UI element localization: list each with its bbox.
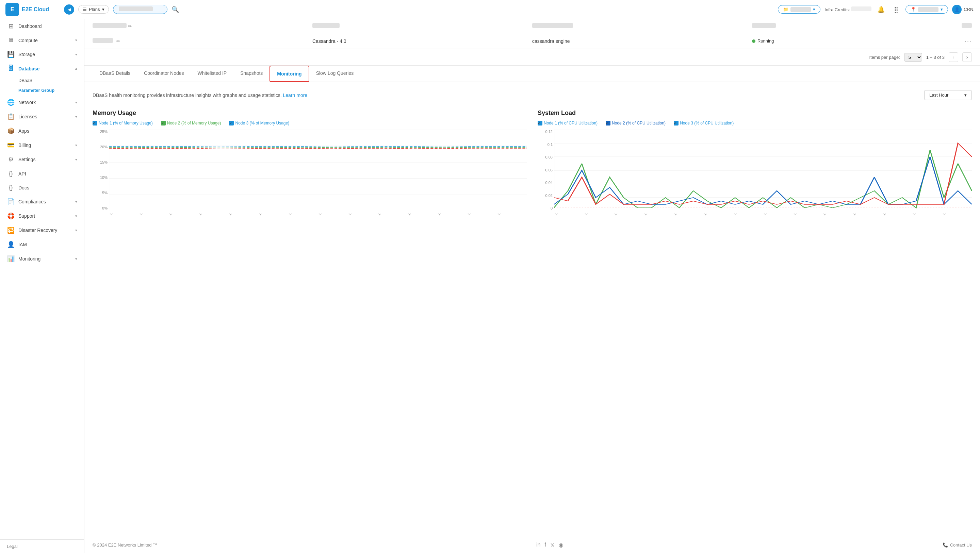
sidebar-item-storage[interactable]: 💾 Storage ▾ xyxy=(0,47,84,62)
legend-label-node2-mem: Node 2 (% of Memory Usage) xyxy=(167,121,221,126)
sidebar-item-support[interactable]: 🛟 Support ▾ xyxy=(0,209,84,223)
db-engine-cell: cassandra engine xyxy=(532,38,746,44)
chevron-down-icon: ▾ xyxy=(75,100,77,105)
monitoring-content: DBaaS health monitoring provides infrast… xyxy=(84,82,980,225)
tab-slow-log-queries[interactable]: Slow Log Queries xyxy=(309,66,361,82)
sidebar-item-apps[interactable]: 📦 Apps xyxy=(0,124,84,138)
sidebar-item-network[interactable]: 🌐 Network ▾ xyxy=(0,95,84,110)
system-load-legend: ✓ Node 1 (% of CPU Utilization) ✓ Node 2… xyxy=(538,121,972,126)
memory-usage-chart-section: Memory Usage ✓ Node 1 (% of Memory Usage… xyxy=(92,110,527,217)
legend-check-cpu-node3[interactable]: ✓ xyxy=(674,121,679,126)
monitoring-header: DBaaS health monitoring provides infrast… xyxy=(92,90,972,100)
status-label: Running xyxy=(757,38,774,43)
sidebar-item-disaster-recovery[interactable]: 🔁 Disaster Recovery ▾ xyxy=(0,223,84,237)
sidebar-item-docs[interactable]: {} Docs xyxy=(0,181,84,194)
compliances-icon: 📄 xyxy=(7,198,15,205)
sidebar-item-label: Compute xyxy=(18,38,38,43)
billing-icon: 💳 xyxy=(7,141,15,149)
social-links: in f 𝕏 ◉ xyxy=(536,542,563,548)
chevron-down-icon: ▾ xyxy=(964,92,967,98)
tab-whitelisted-ip[interactable]: Whitelisted IP xyxy=(191,66,234,82)
folder-dropdown[interactable]: 📁 ▾ xyxy=(778,5,821,14)
sidebar-item-database[interactable]: 🗄 Database ▴ xyxy=(0,62,84,76)
edit-icon[interactable]: ✏ xyxy=(128,24,132,29)
per-page-select[interactable]: 5 10 25 xyxy=(904,53,922,62)
facebook-icon[interactable]: f xyxy=(544,542,546,548)
sidebar-item-settings[interactable]: ⚙ Settings ▾ xyxy=(0,153,84,167)
plans-dropdown[interactable]: ☰ Plans ▾ xyxy=(78,5,109,14)
monitoring-description: DBaaS health monitoring provides infrast… xyxy=(92,92,307,98)
sidebar-item-dbaas[interactable]: DBaaS xyxy=(18,76,84,85)
notifications-button[interactable]: 🔔 xyxy=(875,4,886,15)
prev-page-button[interactable]: ‹ xyxy=(949,52,958,62)
sidebar-item-compute[interactable]: 🖥 Compute ▾ xyxy=(0,33,84,47)
system-load-svg xyxy=(554,130,972,211)
sidebar-item-compliances[interactable]: 📄 Compliances ▾ xyxy=(0,194,84,209)
location-icon: 📍 xyxy=(911,7,916,12)
memory-usage-svg xyxy=(109,130,527,211)
sidebar-item-billing[interactable]: 💳 Billing ▾ xyxy=(0,138,84,153)
tab-monitoring[interactable]: Monitoring xyxy=(269,66,309,82)
database-submenu: DBaaS Parameter Group xyxy=(0,76,84,95)
rss-icon[interactable]: ◉ xyxy=(559,542,563,548)
legend-check-node3[interactable]: ✓ xyxy=(229,121,234,126)
blurred-status xyxy=(752,23,776,28)
sidebar-footer: Legal xyxy=(0,539,84,553)
sidebar-item-label: Dashboard xyxy=(18,24,42,29)
sidebar-item-parameter-group[interactable]: Parameter Group xyxy=(18,85,84,95)
sidebar-item-label: API xyxy=(18,171,26,176)
tab-dbaas-details[interactable]: DBaaS Details xyxy=(92,66,137,82)
legend-check-cpu-node2[interactable]: ✓ xyxy=(606,121,611,126)
location-dropdown[interactable]: 📍 ▾ xyxy=(905,5,948,14)
system-load-x-labels: 11:21AM 11:25AM 11:29AM 11:33AM 11:37AM … xyxy=(554,214,972,217)
legend-label-node2-cpu: Node 2 (% of CPU Utilization) xyxy=(612,121,666,126)
legend-label-node3-cpu: Node 3 (% of CPU Utilization) xyxy=(680,121,733,126)
legend-label-node3-mem: Node 3 (% of Memory Usage) xyxy=(235,121,289,126)
chevron-down-icon: ▾ xyxy=(75,143,77,148)
legend-node3-cpu: ✓ Node 3 (% of CPU Utilization) xyxy=(674,121,733,126)
row-actions-button[interactable]: ··· xyxy=(965,37,972,44)
legal-link[interactable]: Legal xyxy=(7,544,18,549)
edit-pencil-icon[interactable]: ✏ xyxy=(116,38,121,44)
page-info: 1 – 3 of 3 xyxy=(926,55,945,60)
sidebar-item-iam[interactable]: 👤 IAM xyxy=(0,237,84,252)
dashboard-icon: ⊞ xyxy=(7,22,15,30)
disaster-recovery-icon: 🔁 xyxy=(7,227,15,234)
legend-node2-cpu: ✓ Node 2 (% of CPU Utilization) xyxy=(606,121,666,126)
system-load-y-labels: 0.120.10.080.060.040.020 xyxy=(540,130,553,210)
top-navigation: E E2E Cloud ◀ ☰ Plans ▾ 🔍 📁 ▾ Infra Cred… xyxy=(0,0,980,19)
storage-icon: 💾 xyxy=(7,51,15,58)
user-menu[interactable]: 👤 CRN. xyxy=(952,5,975,14)
sidebar-item-dashboard[interactable]: ⊞ Dashboard xyxy=(0,19,84,33)
compute-icon: 🖥 xyxy=(7,37,15,44)
sidebar-item-api[interactable]: {} API xyxy=(0,167,84,181)
contact-us-link[interactable]: 📞 Contact Us xyxy=(943,542,972,548)
chevron-up-icon: ▴ xyxy=(75,66,77,71)
db-actions-cell: ··· xyxy=(918,37,972,44)
database-table: ✏ ✏ Cassandra - 4.0 xyxy=(84,19,980,66)
sidebar-item-label: Licenses xyxy=(18,114,37,119)
avatar: 👤 xyxy=(952,5,962,14)
legend-label-node1-cpu: Node 1 (% of CPU Utilization) xyxy=(544,121,598,126)
sidebar-item-monitoring[interactable]: 📊 Monitoring ▾ xyxy=(0,252,84,266)
learn-more-link[interactable]: Learn more xyxy=(283,92,308,98)
sidebar-item-label: Monitoring xyxy=(18,256,40,262)
legend-check-node2[interactable]: ✓ xyxy=(161,121,166,126)
next-page-button[interactable]: › xyxy=(962,52,972,62)
apps-grid-button[interactable]: ⣿ xyxy=(891,4,901,15)
search-icon[interactable]: 🔍 xyxy=(172,6,179,13)
sidebar-collapse-button[interactable]: ◀ xyxy=(64,5,74,14)
logo-icon: E xyxy=(5,3,19,16)
tab-snapshots[interactable]: Snapshots xyxy=(234,66,269,82)
sidebar-item-licenses[interactable]: 📋 Licenses ▾ xyxy=(0,110,84,124)
tab-coordinator-nodes[interactable]: Coordinator Nodes xyxy=(137,66,191,82)
legend-check-cpu-node1[interactable]: ✓ xyxy=(538,121,542,126)
time-range-selector[interactable]: Last Hour ▾ xyxy=(924,90,972,100)
linkedin-icon[interactable]: in xyxy=(536,542,540,548)
legend-check-node1[interactable]: ✓ xyxy=(92,121,97,126)
nav-search-input[interactable] xyxy=(113,5,167,14)
twitter-icon[interactable]: 𝕏 xyxy=(550,542,555,548)
db-type-value: Cassandra - 4.0 xyxy=(312,38,347,44)
sidebar-item-label: Compliances xyxy=(18,199,46,204)
status-dot xyxy=(752,40,756,43)
